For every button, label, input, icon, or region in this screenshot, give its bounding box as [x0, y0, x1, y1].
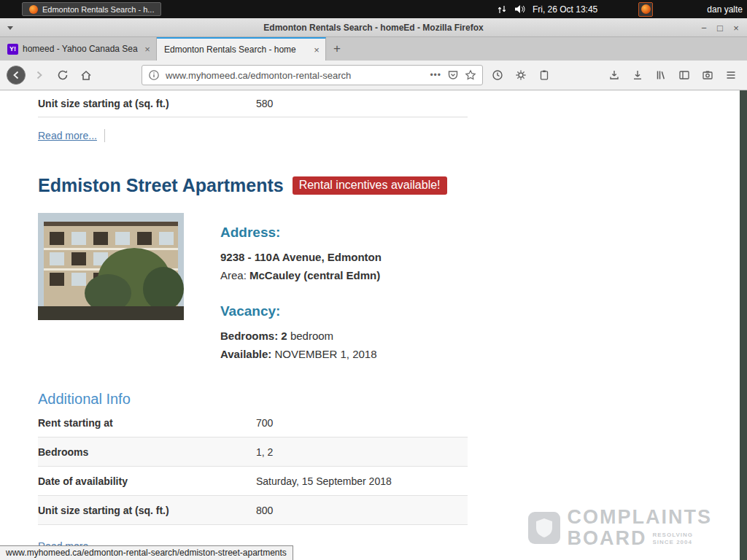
system-tray: Fri, 26 Oct 13:45 dan yalte — [497, 2, 747, 17]
download-arrow-icon — [632, 69, 643, 81]
desktop-taskbar: Edmonton Rentals Search - h... Fri, 26 O… — [0, 0, 747, 18]
home-icon — [80, 69, 92, 81]
read-more-link[interactable]: Read more... — [38, 130, 97, 141]
yahoo-favicon: Y! — [7, 44, 18, 55]
table-row: Bedrooms 1, 2 — [38, 438, 468, 467]
reload-icon — [57, 69, 69, 81]
volume-icon[interactable] — [514, 4, 525, 14]
home-button[interactable] — [76, 65, 96, 85]
additional-info-heading: Additional Info — [38, 391, 131, 408]
tab-yahoo-search[interactable]: Y! homeed - Yahoo Canada Sea × — [0, 37, 157, 61]
bookmark-star-icon[interactable] — [465, 69, 476, 81]
taskbar-window-title: Edmonton Rentals Search - h... — [42, 5, 154, 14]
complaintsboard-logo-icon — [528, 512, 560, 544]
reload-button[interactable] — [53, 65, 73, 85]
downloads-button[interactable] — [627, 65, 648, 85]
tab-edmonton-rentals[interactable]: Edmonton Rentals Search - home × — [157, 37, 326, 61]
address-line: 9238 - 110A Avenue, Edmonton — [220, 251, 382, 263]
table-row: Date of availability Saturday, 15 Septem… — [38, 467, 468, 496]
row-value: 1, 2 — [256, 446, 273, 458]
pocket-icon[interactable] — [447, 69, 459, 81]
rental-incentives-badge: Rental incentives available! — [293, 176, 447, 195]
vacancy-heading: Vacancy: — [220, 303, 382, 319]
url-input[interactable]: www.myhomeed.ca/edmonton-rental-search — [166, 70, 424, 81]
history-button[interactable] — [487, 65, 508, 85]
history-clock-icon — [492, 69, 503, 81]
sidebars-button[interactable] — [674, 65, 694, 85]
back-button[interactable] — [6, 65, 26, 85]
table-row: Unit size starting at (sq. ft.) 580 — [38, 90, 468, 117]
listing-photo[interactable] — [38, 213, 184, 320]
tab-close-icon[interactable]: × — [311, 44, 322, 55]
camera-icon — [702, 69, 713, 81]
hamburger-menu-icon — [725, 69, 737, 81]
window-titlebar: Edmonton Rentals Search - homeEd - Mozil… — [0, 18, 747, 37]
available-line: Available: NOVEMBER 1, 2018 — [220, 348, 382, 360]
save-page-button[interactable] — [604, 65, 624, 85]
row-label: Unit size starting at (sq. ft.) — [38, 505, 256, 516]
firefox-tray-icon[interactable] — [638, 2, 653, 17]
gear-icon — [515, 69, 527, 81]
window-title: Edmonton Rentals Search - homeEd - Mozil… — [263, 23, 483, 33]
network-icon[interactable] — [497, 4, 507, 15]
clipboard-icon — [538, 69, 550, 81]
sidebar-icon — [678, 69, 690, 81]
divider — [104, 129, 105, 142]
listing-title: Edmiston Street Apartments — [38, 175, 284, 196]
forward-button[interactable] — [29, 65, 50, 85]
address-heading: Address: — [220, 225, 382, 241]
new-tab-button[interactable]: + — [326, 37, 348, 61]
window-menu-icon[interactable] — [7, 26, 13, 30]
clock[interactable]: Fri, 26 Oct 13:45 — [533, 4, 597, 15]
save-tray-icon — [608, 69, 620, 81]
user-menu[interactable]: dan yalte — [707, 4, 743, 15]
tab-label: Edmonton Rentals Search - home — [164, 44, 296, 55]
table-row: Unit size starting at (sq. ft.) 800 — [38, 496, 468, 525]
additional-info-table: Rent starting at 700 Bedrooms 1, 2 Date … — [38, 408, 468, 525]
area-line: Area: McCauley (central Edmn) — [220, 269, 382, 281]
firefox-icon — [29, 5, 38, 14]
table-row: Rent starting at 700 — [38, 408, 468, 438]
row-value: 700 — [256, 417, 273, 429]
navigation-toolbar: www.myhomeed.ca/edmonton-rental-search •… — [0, 61, 747, 90]
status-link-preview: www.myhomeed.ca/edmonton-rental-search/e… — [0, 545, 293, 560]
bedrooms-line: Bedrooms: 2 bedroom — [220, 330, 382, 342]
row-value: Saturday, 15 September 2018 — [256, 475, 392, 487]
row-label: Unit size starting at (sq. ft.) — [38, 98, 256, 109]
tab-label: homeed - Yahoo Canada Sea — [23, 44, 138, 54]
page-content: Unit size starting at (sq. ft.) 580 Read… — [0, 90, 747, 560]
row-label: Date of availability — [38, 475, 256, 487]
url-bar[interactable]: www.myhomeed.ca/edmonton-rental-search •… — [142, 65, 483, 85]
screenshot-button[interactable] — [697, 65, 718, 85]
complaintsboard-watermark: COMPLAINTS BOARD RESOLVING SINCE 2004 — [528, 508, 713, 548]
screen: Edmonton Rentals Search - h... Fri, 26 O… — [0, 0, 747, 560]
extension-gear-button[interactable] — [511, 65, 531, 85]
site-info-icon[interactable] — [148, 69, 160, 81]
row-label: Bedrooms — [38, 446, 256, 458]
minimize-button[interactable]: − — [696, 23, 712, 34]
extension-clipboard-button[interactable] — [534, 65, 554, 85]
forward-arrow-icon — [34, 70, 44, 80]
library-button[interactable] — [651, 65, 671, 85]
maximize-button[interactable]: □ — [712, 23, 728, 34]
taskbar-window-button[interactable]: Edmonton Rentals Search - h... — [22, 2, 161, 16]
library-books-icon — [655, 69, 667, 81]
close-button[interactable]: × — [728, 23, 744, 34]
tab-bar: Y! homeed - Yahoo Canada Sea × Edmonton … — [0, 37, 747, 61]
tab-close-icon[interactable]: × — [142, 44, 152, 55]
page-actions-icon[interactable]: ••• — [430, 70, 441, 80]
row-value: 580 — [256, 98, 273, 109]
row-label: Rent starting at — [38, 417, 256, 429]
menu-button[interactable] — [721, 65, 741, 85]
scrollbar[interactable] — [740, 90, 747, 560]
row-value: 800 — [256, 505, 273, 516]
back-arrow-icon — [7, 66, 26, 85]
